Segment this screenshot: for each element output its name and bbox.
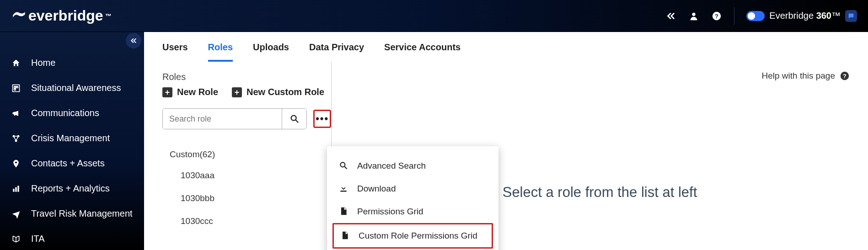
search-role-input[interactable] xyxy=(163,109,282,129)
brand360-toggle-group: Everbridge 360™ xyxy=(746,10,857,22)
svg-rect-6 xyxy=(14,88,16,90)
plus-icon: + xyxy=(232,87,242,97)
main-area: Users Roles Uploads Data Privacy Service… xyxy=(144,32,868,250)
sidebar-item-crisis-management[interactable]: Crisis Management xyxy=(0,126,144,151)
role-item[interactable]: 1030aaa xyxy=(162,164,331,187)
ellipsis-icon: ••• xyxy=(316,113,329,125)
home-icon xyxy=(11,58,21,68)
help-header-icon[interactable]: ? xyxy=(711,11,722,21)
brand360-prefix: Everbridge xyxy=(769,11,816,21)
new-role-label: New Role xyxy=(177,87,218,97)
logo-mark-icon xyxy=(11,8,27,24)
new-role-button[interactable]: + New Role xyxy=(162,87,218,97)
sidebar-item-contacts-assets[interactable]: Contacts + Assets xyxy=(0,151,144,176)
search-icon xyxy=(289,114,300,124)
sidebar-item-situational-awareness[interactable]: Situational Awareness xyxy=(0,75,144,101)
app-header: everbridge ™ ? Everbridge 360™ xyxy=(0,0,868,32)
more-options-menu: Advanced Search Download Permissions Gri… xyxy=(327,146,498,250)
brand360-suffix: ™ xyxy=(831,11,841,21)
megaphone-icon xyxy=(11,108,21,118)
sidebar-item-home[interactable]: Home xyxy=(0,50,144,75)
sidebar-label: ITA xyxy=(31,234,45,244)
svg-rect-11 xyxy=(13,189,14,192)
help-label: Help with this page xyxy=(761,71,835,81)
pdf-icon xyxy=(340,231,350,241)
sidebar-collapse-button[interactable] xyxy=(126,33,141,48)
menu-permissions-grid[interactable]: Permissions Grid xyxy=(332,200,493,223)
menu-label: Custom Role Permissions Grid xyxy=(359,231,477,241)
tab-bar: Users Roles Uploads Data Privacy Service… xyxy=(144,32,868,62)
sidebar-item-reports-analytics[interactable]: Reports + Analytics xyxy=(0,176,144,201)
chat-icon[interactable] xyxy=(845,10,857,22)
svg-line-19 xyxy=(345,167,347,169)
brand360-toggle[interactable] xyxy=(746,11,765,21)
network-icon xyxy=(11,133,21,144)
collapse-header-icon[interactable] xyxy=(665,11,676,21)
role-item[interactable]: 1030ccc xyxy=(162,210,331,233)
tab-service-accounts[interactable]: Service Accounts xyxy=(384,42,461,62)
svg-line-15 xyxy=(295,120,298,123)
menu-label: Advanced Search xyxy=(357,161,426,171)
menu-label: Permissions Grid xyxy=(357,207,423,217)
svg-point-10 xyxy=(15,161,17,163)
sidebar-label: Contacts + Assets xyxy=(31,158,105,169)
roles-left-pane: Roles + New Role + New Custom Role xyxy=(144,62,332,250)
roles-title: Roles xyxy=(162,72,331,82)
sidebar-label: Travel Risk Management xyxy=(31,208,133,219)
tab-users[interactable]: Users xyxy=(162,42,188,62)
dashboard-icon xyxy=(11,83,21,93)
menu-label: Download xyxy=(357,184,396,194)
svg-text:?: ? xyxy=(715,12,718,19)
plus-icon: + xyxy=(162,87,172,97)
svg-point-18 xyxy=(340,162,345,167)
new-custom-role-button[interactable]: + New Custom Role xyxy=(232,87,324,97)
roles-action-row: + New Role + New Custom Role xyxy=(162,87,331,97)
header-divider xyxy=(734,7,734,25)
sidebar-label: Crisis Management xyxy=(31,133,110,144)
sidebar-item-ita[interactable]: ITA xyxy=(0,226,144,250)
help-icon: ? xyxy=(840,71,850,81)
help-with-page-link[interactable]: Help with this page ? xyxy=(761,71,850,81)
search-row: ••• xyxy=(162,108,331,129)
sidebar-label: Communications xyxy=(31,108,99,118)
brand-logo: everbridge ™ xyxy=(11,7,112,24)
sidebar-label: Reports + Analytics xyxy=(31,183,110,194)
more-options-button[interactable]: ••• xyxy=(313,110,331,128)
search-button[interactable] xyxy=(282,109,306,129)
pin-icon xyxy=(11,159,21,169)
brand360-bold: 360 xyxy=(816,11,831,21)
search-wrap xyxy=(162,108,307,129)
brand360-label: Everbridge 360™ xyxy=(769,11,841,21)
role-item[interactable]: 1030bbb xyxy=(162,187,331,210)
user-icon[interactable] xyxy=(688,11,699,21)
chart-icon xyxy=(11,184,21,194)
header-right: ? Everbridge 360™ xyxy=(665,7,857,25)
sidebar-item-communications[interactable]: Communications xyxy=(0,101,144,126)
ita-icon xyxy=(11,234,21,244)
group-header-custom[interactable]: Custom(62) xyxy=(162,145,331,164)
roles-group: Custom(62) 1030aaa 1030bbb 1030ccc xyxy=(162,145,331,233)
sidebar-item-travel-risk[interactable]: Travel Risk Management xyxy=(0,201,144,226)
new-custom-role-label: New Custom Role xyxy=(246,87,324,97)
plane-icon xyxy=(11,209,21,219)
tab-uploads[interactable]: Uploads xyxy=(253,42,289,62)
menu-advanced-search[interactable]: Advanced Search xyxy=(332,154,493,177)
pdf-icon xyxy=(339,207,349,217)
svg-rect-5 xyxy=(16,86,18,87)
svg-text:?: ? xyxy=(843,73,847,80)
sidebar-label: Situational Awareness xyxy=(31,83,121,93)
sidebar: Home Situational Awareness Communication… xyxy=(0,32,144,250)
svg-rect-12 xyxy=(15,187,16,191)
svg-rect-13 xyxy=(17,186,19,191)
svg-rect-4 xyxy=(14,86,16,87)
menu-download[interactable]: Download xyxy=(332,177,493,200)
search-icon xyxy=(339,161,349,171)
svg-point-14 xyxy=(291,116,296,121)
tab-roles[interactable]: Roles xyxy=(208,42,233,62)
sidebar-label: Home xyxy=(31,58,55,68)
svg-point-0 xyxy=(692,12,696,16)
tab-data-privacy[interactable]: Data Privacy xyxy=(309,42,364,62)
content-split: Roles + New Role + New Custom Role xyxy=(144,62,868,250)
download-icon xyxy=(339,184,349,194)
menu-custom-role-permissions-grid[interactable]: Custom Role Permissions Grid xyxy=(332,223,493,249)
